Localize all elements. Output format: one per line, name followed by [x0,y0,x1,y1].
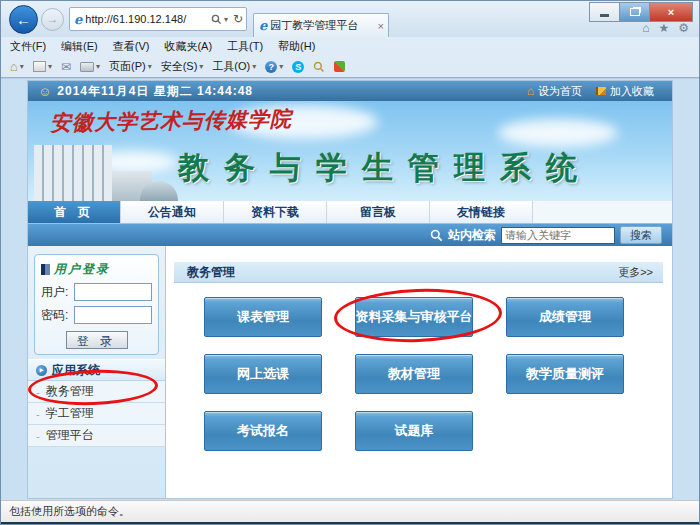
sidebar-item-admin-platform[interactable]: - 管理平台 [28,425,165,447]
nav-tab-message-board[interactable]: 留言板 [327,201,430,223]
btn-question-bank[interactable]: 试题库 [355,411,473,451]
home-toolbar-button[interactable]: ⌂▾ [10,59,24,74]
home-icon: ⌂ [527,84,534,98]
address-bar[interactable]: e http://61.190.12.148/ ▾ ↻ [69,7,247,31]
main-section-header: 教务管理 更多>> [174,262,663,283]
restore-button[interactable] [619,2,650,22]
home-icon: ⌂ [10,59,18,74]
chevron-down-icon: ▾ [148,62,152,71]
tab-title: 园丁教学管理平台 [270,18,375,33]
safety-menu-label: 安全(S) [161,59,198,74]
settings-gear-icon[interactable]: ⚙ [678,21,689,35]
help-menu-button[interactable]: ?▾ [265,61,283,73]
dash-icon: - [36,408,40,420]
research-icon[interactable] [313,61,325,73]
sidebar-item-label: 教务管理 [46,383,94,400]
favorite-flag-icon [596,87,606,95]
safety-menu-button[interactable]: 安全(S)▾ [161,59,204,74]
command-toolbar: ⌂▾ ▾ ✉ ▾ 页面(P)▾ 安全(S)▾ 工具(O)▾ ?▾ S [1,56,699,78]
menu-view[interactable]: 查看(V) [113,39,150,54]
status-text: 包括使用所选项的命令。 [9,504,130,519]
username-label: 用户: [41,284,74,301]
minimize-button[interactable] [589,2,620,22]
page-content: 用户登录 用户: 密码: 登 录 ▸ [28,246,672,498]
btn-course-selection[interactable]: 网上选课 [204,354,322,394]
tab-close-icon[interactable]: × [378,20,384,32]
feed-toolbar-button[interactable]: ▾ [33,61,52,72]
search-icon [430,229,443,242]
refresh-icon[interactable]: ↻ [233,12,243,26]
sidebar-item-label: 管理平台 [46,427,94,444]
home-icon[interactable]: ⌂ [642,21,649,35]
menu-tools[interactable]: 工具(T) [227,39,263,54]
chevron-down-icon: ▾ [252,62,256,71]
btn-quality-eval[interactable]: 教学质量测评 [506,354,624,394]
smiley-icon: ☺ [38,84,51,99]
status-bar: 包括使用所选项的命令。 [1,500,699,522]
btn-textbooks[interactable]: 教材管理 [355,354,473,394]
apps-section-title: 应用系统 [52,362,100,379]
nav-tab-downloads[interactable]: 资料下载 [224,201,327,223]
username-input[interactable] [74,283,152,301]
back-button[interactable]: ← [9,5,38,34]
search-input[interactable] [501,227,615,244]
password-label: 密码: [41,307,74,324]
ie-icon: e [74,12,82,27]
btn-grades[interactable]: 成绩管理 [506,297,624,337]
feed-icon [33,61,46,72]
top-strip-links: ⌂ 设为首页 加入收藏 [527,84,664,99]
nav-buttons: ← → [9,5,64,34]
help-icon: ? [265,61,277,73]
printer-icon [80,62,94,72]
password-input[interactable] [74,306,152,324]
login-panel-header: 用户登录 [41,261,152,278]
sidebar-item-academic-affairs[interactable]: - 教务管理 [28,381,165,403]
browser-tab[interactable]: e 园丁教学管理平台 × [253,13,389,37]
set-home-link[interactable]: 设为首页 [538,84,582,99]
read-mail-icon[interactable]: ✉ [61,60,71,74]
login-button[interactable]: 登 录 [66,331,128,349]
close-button[interactable]: × [649,2,693,22]
chevron-down-icon: ▾ [48,62,52,71]
module-grid: 课表管理 资料采集与审核平台 成绩管理 网上选课 教材管理 教学质量测评 考试报… [166,283,672,468]
nav-tab-links[interactable]: 友情链接 [430,201,533,223]
menu-edit[interactable]: 编辑(E) [61,39,98,54]
chevron-down-icon: ▾ [20,62,24,71]
menu-bar: 文件(F) 编辑(E) 查看(V) 收藏夹(A) 工具(T) 帮助(H) [1,37,699,56]
search-label: 站内检索 [448,227,496,244]
site-search-bar: 站内检索 搜索 [28,224,672,246]
chevron-down-icon[interactable]: ▾ [224,15,228,24]
web-page: ☺ 2014年11月4日 星期二 14:44:48 ⌂ 设为首页 加入收藏 [28,81,672,498]
menu-file[interactable]: 文件(F) [10,39,46,54]
menu-help[interactable]: 帮助(H) [278,39,315,54]
favorites-star-icon[interactable]: ★ [658,21,669,35]
cloud-decoration [498,119,618,147]
btn-timetable[interactable]: 课表管理 [204,297,322,337]
chevron-down-icon: ▾ [279,62,283,71]
page-menu-label: 页面(P) [109,59,146,74]
nav-tab-announcements[interactable]: 公告通知 [121,201,224,223]
window-controls: × [590,2,693,22]
browser-chrome-top: ← → e http://61.190.12.148/ ▾ ↻ e 园丁教学管理… [1,1,699,37]
search-icon[interactable] [211,14,222,25]
add-favorite-link[interactable]: 加入收藏 [610,84,654,99]
skype-icon[interactable]: S [292,61,304,73]
forward-button[interactable]: → [41,8,64,31]
main-section-title: 教务管理 [174,264,235,281]
print-toolbar-button[interactable]: ▾ [80,62,100,72]
chevron-down-icon: ▾ [199,62,203,71]
password-row: 密码: [41,306,152,324]
page-menu-button[interactable]: 页面(P)▾ [109,59,152,74]
chevron-down-icon: ▾ [96,62,100,71]
tools-menu-button[interactable]: 工具(O)▾ [212,59,256,74]
url-text[interactable]: http://61.190.12.148/ [85,13,211,25]
nav-tab-home[interactable]: 首 页 [28,201,121,223]
btn-exam-registration[interactable]: 考试报名 [204,411,322,451]
more-link[interactable]: 更多>> [618,265,663,280]
btn-data-collection[interactable]: 资料采集与审核平台 [355,297,473,337]
sidebar-item-student-affairs[interactable]: - 学工管理 [28,403,165,425]
sidebar: 用户登录 用户: 密码: 登 录 ▸ [28,246,166,498]
share-icon[interactable] [334,61,345,72]
menu-favorites[interactable]: 收藏夹(A) [164,39,212,54]
search-button[interactable]: 搜索 [620,226,662,244]
